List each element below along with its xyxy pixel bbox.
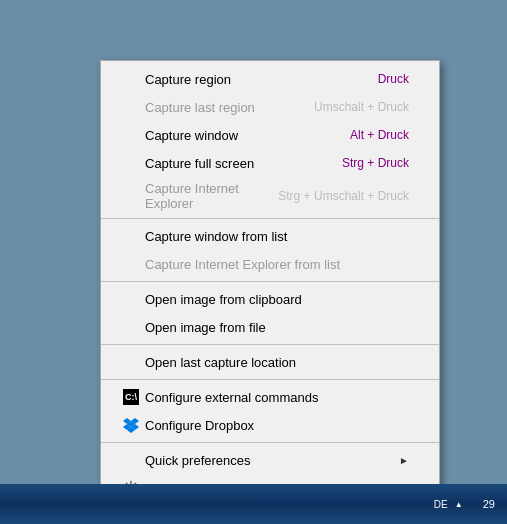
- menu-item-open-from-file[interactable]: Open image from file: [101, 313, 439, 341]
- menu-item-capture-window-from-list[interactable]: Capture window from list: [101, 222, 439, 250]
- configure-dropbox-icon: [121, 415, 141, 435]
- capture-full-screen-shortcut: Strg + Druck: [342, 156, 409, 170]
- menu-item-capture-ie: Capture Internet Explorer Strg + Umschal…: [101, 177, 439, 215]
- configure-dropbox-label: Configure Dropbox: [145, 418, 409, 433]
- capture-ie-label: Capture Internet Explorer: [145, 181, 268, 211]
- open-last-capture-label: Open last capture location: [145, 355, 409, 370]
- cmd-icon: C:\: [123, 389, 139, 405]
- separator-4: [101, 379, 439, 380]
- menu-item-capture-region[interactable]: Capture region Druck: [101, 65, 439, 93]
- capture-window-from-list-label: Capture window from list: [145, 229, 399, 244]
- menu-item-capture-full-screen[interactable]: Capture full screen Strg + Druck: [101, 149, 439, 177]
- menu-item-capture-ie-from-list: Capture Internet Explorer from list: [101, 250, 439, 278]
- capture-region-label: Capture region: [145, 72, 368, 87]
- submenu-arrow-icon: ►: [399, 455, 409, 466]
- quick-preferences-label: Quick preferences: [145, 453, 399, 468]
- capture-window-from-list-icon: [121, 226, 141, 246]
- capture-last-region-shortcut: Umschalt + Druck: [314, 100, 409, 114]
- menu-item-capture-window[interactable]: Capture window Alt + Druck: [101, 121, 439, 149]
- capture-full-screen-label: Capture full screen: [145, 156, 332, 171]
- systray-icon-expand[interactable]: ▲: [451, 496, 467, 512]
- open-from-file-icon: [121, 317, 141, 337]
- open-from-file-label: Open image from file: [145, 320, 409, 335]
- capture-ie-from-list-label: Capture Internet Explorer from list: [145, 257, 399, 272]
- configure-external-icon: C:\: [121, 387, 141, 407]
- context-menu: Capture region Druck Capture last region…: [100, 60, 440, 524]
- menu-item-open-last-capture[interactable]: Open last capture location: [101, 348, 439, 376]
- systray-icon-language[interactable]: DE: [433, 496, 449, 512]
- capture-window-shortcut: Alt + Druck: [350, 128, 409, 142]
- taskbar-clock: 29: [475, 494, 503, 514]
- capture-window-icon: [121, 125, 141, 145]
- separator-5: [101, 442, 439, 443]
- open-last-capture-icon: [121, 352, 141, 372]
- capture-window-label: Capture window: [145, 128, 340, 143]
- menu-item-configure-dropbox[interactable]: Configure Dropbox: [101, 411, 439, 439]
- systray-area: DE ▲: [427, 496, 473, 512]
- configure-external-label: Configure external commands: [145, 390, 409, 405]
- open-from-clipboard-icon: [121, 289, 141, 309]
- taskbar-right: DE ▲ 29: [427, 484, 507, 524]
- capture-region-shortcut: Druck: [378, 72, 409, 86]
- dropbox-svg-icon: [123, 417, 139, 433]
- quick-preferences-icon: [121, 450, 141, 470]
- capture-region-icon: [121, 69, 141, 89]
- capture-ie-from-list-icon: [121, 254, 141, 274]
- capture-ie-icon: [121, 186, 141, 206]
- capture-ie-shortcut: Strg + Umschalt + Druck: [278, 189, 409, 203]
- menu-item-open-from-clipboard[interactable]: Open image from clipboard: [101, 285, 439, 313]
- separator-1: [101, 218, 439, 219]
- menu-item-quick-preferences[interactable]: Quick preferences ►: [101, 446, 439, 474]
- capture-last-region-label: Capture last region: [145, 100, 304, 115]
- menu-item-capture-last-region: Capture last region Umschalt + Druck: [101, 93, 439, 121]
- clock-time: 29: [483, 498, 495, 510]
- separator-2: [101, 281, 439, 282]
- open-from-clipboard-label: Open image from clipboard: [145, 292, 409, 307]
- capture-last-region-icon: [121, 97, 141, 117]
- taskbar: DE ▲ 29: [0, 484, 507, 524]
- separator-3: [101, 344, 439, 345]
- menu-item-configure-external[interactable]: C:\ Configure external commands: [101, 383, 439, 411]
- capture-full-screen-icon: [121, 153, 141, 173]
